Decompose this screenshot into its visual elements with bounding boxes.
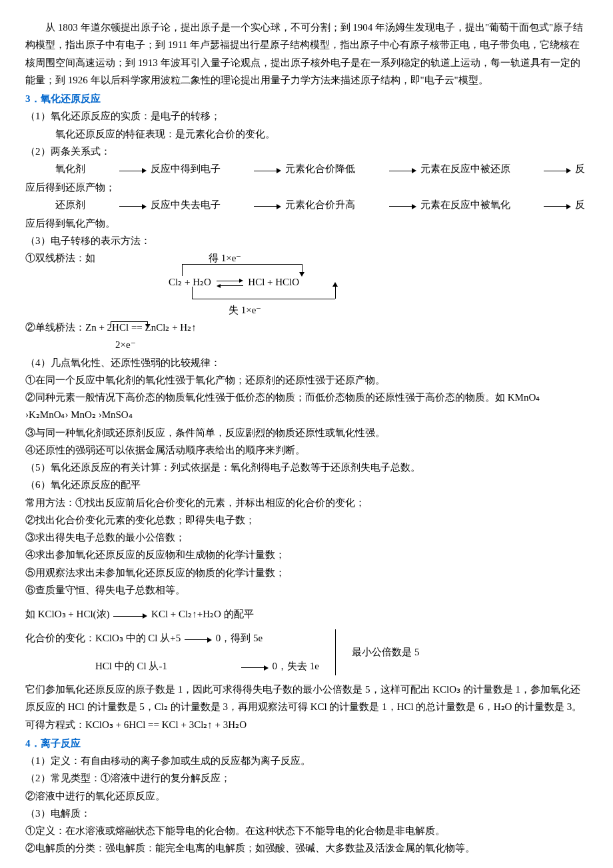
- single-bridge-diagram: ②单线桥法：Zn + 2HCl == ZnCl₂ + H₂↑ 2×e⁻: [25, 319, 588, 354]
- intro-paragraph: 从 1803 年道尔顿提出原子论，提出原子是一个实心球，不可分割；到 1904 …: [25, 19, 588, 89]
- s3-m3: ③求出得失电子总数的最小公倍数；: [25, 529, 588, 546]
- arrow-icon: [171, 658, 269, 675]
- s4-e2: ②电解质的分类：强电解质：能完全电离的电解质；如强酸、强碱、大多数盐及活泼金属的…: [25, 839, 588, 857]
- s3-p6: （6）氧化还原反应的配平: [25, 476, 588, 493]
- ex1b: KCl + Cl₂↑+H₂O 的配平: [151, 609, 254, 619]
- arrow-icon: [224, 161, 281, 178]
- s3-c2a: ②同种元素一般情况下高价态的物质氧化性强于低价态的物质；而低价态物质的还原性强于…: [25, 389, 588, 406]
- sgl-bridge-note: 2×e⁻: [115, 336, 588, 353]
- example-eq: 如 KClO₃ + HCl(浓) KCl + Cl₂↑+H₂O 的配平: [25, 605, 588, 624]
- s3-p5: （5）氧化还原反应的有关计算：列式依据是：氧化剂得电子总数等于还原剂失电子总数。: [25, 459, 588, 476]
- s3-p1b: 氧化还原反应的特征表现：是元素化合价的变化。: [25, 125, 588, 143]
- arrow-icon: [113, 607, 147, 624]
- lcm-note: 最小公倍数是 5: [352, 643, 419, 661]
- ox-0: 氧化剂: [55, 163, 85, 174]
- arrow-icon: [359, 197, 416, 214]
- sgl-bridge-eq: ②单线桥法：Zn + 2HCl == ZnCl₂ + H₂↑: [25, 319, 588, 336]
- s3-m2: ②找出化合价变化元素的变化总数；即得失电子数；: [25, 511, 588, 529]
- s3-c3: ③与同一种氧化剂或还原剂反应，条件简单，反应剧烈的物质还原性或氧化性强。: [25, 424, 588, 441]
- section-4-title: 4．离子反应: [25, 735, 588, 752]
- loss-label: 失 1×e⁻: [229, 301, 261, 319]
- double-bridge-diagram: ①双线桥法：如 得 1×e⁻ Cl₂ + H₂O HCl + HClO 失 1×…: [25, 249, 588, 319]
- s3-p3: （3）电子转移的表示方法：: [25, 232, 588, 249]
- ox-1: 反应中得到电子: [151, 163, 221, 174]
- dbl-bridge-label: ①双线桥法：如: [25, 249, 95, 319]
- arrow-icon: [514, 197, 571, 214]
- final-equation: 可得方程式：KClO₃ + 6HCl == KCl + 3Cl₂↑ + 3H₂O: [25, 716, 588, 733]
- s3-p1: （1）氧化还原反应的实质：是电子的转移；: [25, 107, 588, 125]
- red-3: 元素在反应中被氧化: [420, 199, 510, 210]
- s3-c1: ①在同一个反应中氧化剂的氧化性强于氧化产物；还原剂的还原性强于还原产物。: [25, 371, 588, 389]
- s3-m5: ⑤用观察法求出未参加氧化还原反应的物质的化学计量数；: [25, 564, 588, 581]
- s4-d2b: ②溶液中进行的氧化还原反应。: [25, 787, 588, 805]
- ox-3: 元素在反应中被还原: [420, 163, 510, 174]
- s4-d3: （3）电解质：: [25, 805, 588, 822]
- s4-d2: （2）常见类型：①溶液中进行的复分解反应；: [25, 769, 588, 787]
- arrow-icon: [185, 630, 212, 647]
- example-explanation: 它们参加氧化还原反应的原子数是 1，因此可求得得失电子数的最小公倍数是 5，这样…: [25, 681, 588, 716]
- red-1: 反应中失去电子: [151, 199, 221, 210]
- s4-e1: ①定义：在水溶液或熔融状态下能导电的化合物。在这种状态下不能导电的化合物是非电解…: [25, 822, 588, 839]
- equilibrium-arrow-icon: [217, 279, 243, 288]
- s3-m6: ⑥查质量守恒、得失电子总数相等。: [25, 581, 588, 599]
- dbl-eq-right: HCl + HClO: [248, 277, 299, 287]
- arrow-icon: [359, 161, 416, 178]
- s3-p2: （2）两条关系式：: [25, 143, 588, 160]
- reductant-chain: 还原剂 反应中失去电子 元素化合价升高 元素在反应中被氧化 反应后得到氧化产物。: [25, 196, 588, 232]
- arrow-icon: [224, 197, 281, 214]
- s3-c4: ④还原性的强弱还可以依据金属活动顺序表给出的顺序来判断。: [25, 441, 588, 459]
- ex1a: 如 KClO₃ + HCl(浓): [25, 609, 110, 619]
- red-0: 还原剂: [55, 199, 85, 210]
- s3-m4: ④求出参加氧化还原反应的反应物和生成物的化学计量数；: [25, 546, 588, 563]
- s3-c2b: ›K₂MnO₄› MnO₂ ›MnSO₄: [25, 406, 588, 423]
- arrow-icon: [89, 161, 147, 178]
- ex3a: HCl 中的 Cl 从-1: [95, 661, 167, 671]
- ex2a: 化合价的变化：KClO₃ 中的 Cl 从+5: [25, 633, 181, 643]
- arrow-icon: [514, 161, 571, 178]
- ox-2: 元素化合价降低: [285, 163, 355, 174]
- dbl-eq-left: Cl₂ + H₂O: [169, 277, 211, 287]
- s3-p4: （4）几点氧化性、还原性强弱的比较规律：: [25, 354, 588, 371]
- oxidant-chain: 氧化剂 反应中得到电子 元素化合价降低 元素在反应中被还原 反应后得到还原产物；: [25, 160, 588, 196]
- valence-change-block: 化合价的变化：KClO₃ 中的 Cl 从+5 0，得到 5e HCl 中的 Cl…: [25, 629, 588, 675]
- s3-m0: 常用方法：①找出反应前后化合价变化的元素，并标出相应的化合价的变化；: [25, 494, 588, 511]
- red-2: 元素化合价升高: [285, 199, 355, 210]
- ex3b: 0，失去 1e: [272, 661, 318, 671]
- s4-d1: （1）定义：有自由移动的离子参加或生成的反应都为离子反应。: [25, 752, 588, 769]
- arrow-icon: [89, 197, 147, 214]
- section-3-title: 3．氧化还原反应: [25, 90, 588, 107]
- ex2b: 0，得到 5e: [216, 633, 263, 643]
